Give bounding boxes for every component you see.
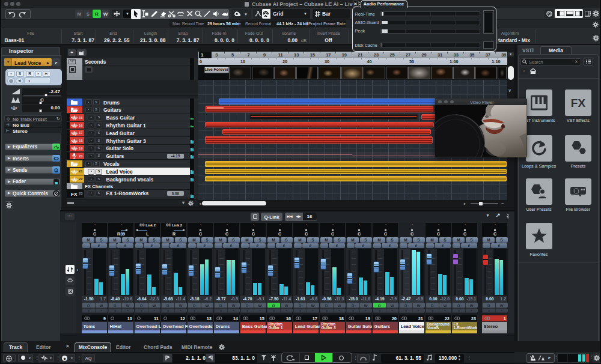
svg-text:FX: FX — [571, 97, 586, 109]
